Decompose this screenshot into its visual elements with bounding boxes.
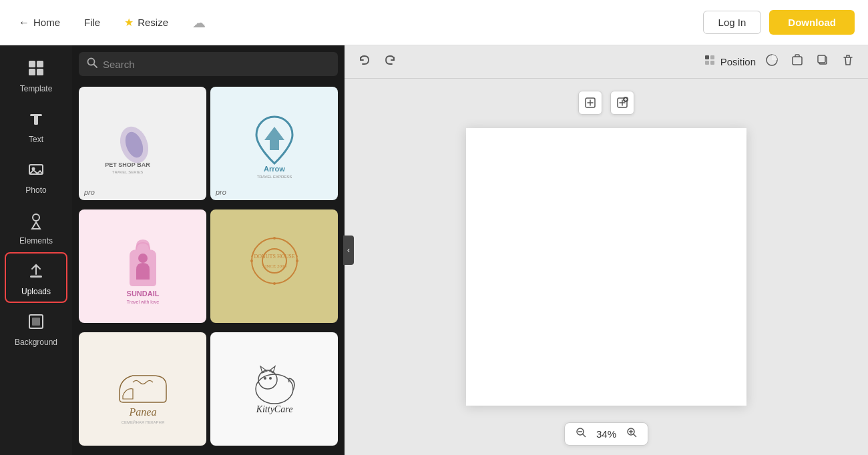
sidebar-item-photo[interactable]: Photo <box>6 152 66 200</box>
template-card-kittycare[interactable]: KittyCare <box>210 332 338 446</box>
toolbar-left <box>355 51 399 73</box>
login-button[interactable]: Log In <box>703 11 762 34</box>
sidebar-item-template[interactable]: Template <box>6 51 66 99</box>
cloud-icon: ☁ <box>192 15 206 31</box>
canvas-toolbar: Position <box>345 45 868 79</box>
svg-rect-46 <box>793 57 802 65</box>
svg-rect-1 <box>37 61 43 67</box>
svg-marker-37 <box>269 366 275 373</box>
arrow-pro-badge: pro <box>216 188 226 196</box>
sidebar-item-uploads[interactable]: Uploads <box>6 254 66 302</box>
redo-button[interactable] <box>381 51 399 73</box>
share-button[interactable] <box>788 51 807 73</box>
topbar: ← Home File ★ Resize ☁ Log In Download <box>0 0 868 45</box>
photo-label: Photo <box>25 185 46 195</box>
resize-label: Resize <box>138 17 168 28</box>
sidebar-item-text[interactable]: Text <box>6 101 66 149</box>
toolbar-right: Position <box>703 51 857 73</box>
main-area: Template Text Photo <box>0 45 868 455</box>
sidebar-item-elements[interactable]: Elements <box>6 203 66 251</box>
svg-text:Arrow: Arrow <box>264 165 285 173</box>
text-label: Text <box>29 135 43 144</box>
zoom-bar: 34% <box>564 422 648 446</box>
resize-nav[interactable]: ★ Resize <box>119 12 174 33</box>
canvas-add-buttons <box>578 91 634 115</box>
file-nav[interactable]: File <box>79 13 105 32</box>
search-input[interactable] <box>103 59 330 70</box>
canvas-area: Position <box>345 45 868 455</box>
svg-marker-36 <box>260 366 267 373</box>
sidebar-item-background[interactable]: Background <box>6 304 66 352</box>
svg-text:• DONUTS HOUSE •: • DONUTS HOUSE • <box>250 254 298 260</box>
svg-rect-41 <box>705 55 709 59</box>
template-card-arrow[interactable]: Arrow TRAVEL EXPRESS pro <box>210 87 338 200</box>
svg-rect-44 <box>710 61 714 65</box>
cloud-nav[interactable]: ☁ <box>187 11 211 35</box>
template-label: Template <box>20 84 53 93</box>
svg-rect-48 <box>818 55 825 63</box>
svg-point-29 <box>250 260 253 262</box>
svg-point-8 <box>33 214 39 221</box>
elements-icon <box>27 211 45 234</box>
collapse-icon: ‹ <box>347 246 350 255</box>
search-bar <box>79 52 338 76</box>
svg-rect-12 <box>32 318 40 326</box>
svg-text:Travel with love: Travel with love <box>126 300 158 304</box>
template-panel: PET SHOP BAR TRAVEL SERIES pro Arrow TRA… <box>72 45 345 455</box>
delete-button[interactable] <box>839 51 857 73</box>
position-control[interactable]: Position <box>703 53 756 70</box>
svg-text:SINCE 2006: SINCE 2006 <box>262 264 286 269</box>
home-label: Home <box>33 17 60 28</box>
svg-point-24 <box>252 238 297 284</box>
template-grid: PET SHOP BAR TRAVEL SERIES pro Arrow TRA… <box>72 83 345 455</box>
text-icon <box>27 109 45 132</box>
svg-line-14 <box>94 65 97 68</box>
template-card-panea[interactable]: Panea СЕМЕЙНАЯ ПЕКАРНЯ <box>79 332 206 446</box>
home-icon: ← <box>19 17 29 29</box>
svg-rect-5 <box>34 114 38 125</box>
uploads-label: Uploads <box>21 287 51 296</box>
zoom-out-button[interactable] <box>572 426 590 442</box>
svg-text:Panea: Panea <box>128 406 156 418</box>
panel-collapse-button[interactable]: ‹ <box>343 236 354 265</box>
template-card-petshop[interactable]: PET SHOP BAR TRAVEL SERIES pro <box>79 87 206 200</box>
svg-text:KittyCare: KittyCare <box>255 404 292 414</box>
svg-text:TRAVEL EXPRESS: TRAVEL EXPRESS <box>256 175 292 179</box>
template-icon <box>27 59 45 81</box>
left-sidebar: Template Text Photo <box>0 45 72 455</box>
svg-text:СЕМЕЙНАЯ ПЕКАРНЯ: СЕМЕЙНАЯ ПЕКАРНЯ <box>121 420 164 424</box>
canvas-main: 34% <box>345 79 868 455</box>
svg-point-27 <box>296 260 298 262</box>
svg-point-26 <box>273 237 276 240</box>
add-page-after-button[interactable] <box>610 91 634 115</box>
svg-line-62 <box>634 434 636 437</box>
duplicate-button[interactable] <box>813 51 832 73</box>
svg-text:PET SHOP BAR: PET SHOP BAR <box>105 161 150 168</box>
canvas-page <box>466 128 746 406</box>
svg-point-25 <box>262 249 286 273</box>
svg-point-21 <box>138 254 148 263</box>
template-card-donuts[interactable]: • DONUTS HOUSE • SINCE 2006 <box>210 209 338 323</box>
star-icon: ★ <box>124 16 134 29</box>
svg-point-34 <box>256 374 293 404</box>
position-icon <box>703 53 716 70</box>
zoom-in-button[interactable] <box>622 426 641 442</box>
undo-button[interactable] <box>355 51 374 73</box>
topbar-right: Log In Download <box>703 10 855 35</box>
svg-rect-2 <box>29 69 35 75</box>
svg-point-38 <box>264 377 266 380</box>
topbar-left: ← Home File ★ Resize ☁ <box>13 11 690 35</box>
svg-point-28 <box>273 282 276 285</box>
color-button[interactable] <box>763 51 781 73</box>
add-page-before-button[interactable] <box>578 91 602 115</box>
home-nav[interactable]: ← Home <box>13 13 65 33</box>
svg-line-59 <box>583 434 586 437</box>
svg-marker-9 <box>32 222 40 229</box>
svg-rect-43 <box>705 61 709 65</box>
background-label: Background <box>15 338 57 347</box>
svg-rect-0 <box>29 61 35 67</box>
template-card-sundail[interactable]: SUNDAIL Travel with love <box>79 209 206 323</box>
svg-rect-10 <box>30 276 42 278</box>
download-button[interactable]: Download <box>769 10 855 35</box>
elements-label: Elements <box>19 236 53 246</box>
